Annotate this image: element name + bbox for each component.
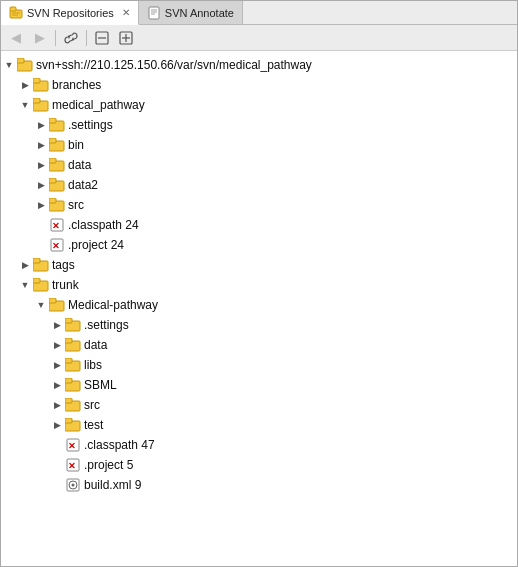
expander-src-trunk[interactable]: ▶ bbox=[49, 397, 65, 413]
tree-row-src1[interactable]: ▶ src bbox=[1, 195, 517, 215]
expander-build-xml: ▶ bbox=[49, 477, 65, 493]
tree-row-root[interactable]: ▼ svn+ssh://210.125.150.66/var/svn/medic… bbox=[1, 55, 517, 75]
tree-row-libs[interactable]: ▶ libs bbox=[1, 355, 517, 375]
data-trunk-label: data bbox=[84, 338, 107, 352]
tree-row-data1[interactable]: ▶ data bbox=[1, 155, 517, 175]
tree-row-classpath2[interactable]: ▶ ✕ .classpath 47 bbox=[1, 435, 517, 455]
panel: ▼ svn+ssh://210.125.150.66/var/svn/medic… bbox=[1, 51, 517, 566]
file-icon-build-xml bbox=[65, 478, 81, 492]
file-icon-classpath1: ✕ bbox=[49, 218, 65, 232]
svg-rect-40 bbox=[65, 318, 72, 323]
tree-row-sbml[interactable]: ▶ SBML bbox=[1, 375, 517, 395]
test-label: test bbox=[84, 418, 103, 432]
tree-row-classpath1[interactable]: ▶ ✕ .classpath 24 bbox=[1, 215, 517, 235]
svn-repos-icon bbox=[9, 6, 23, 20]
tab-close-icon[interactable]: ✕ bbox=[122, 7, 130, 18]
expander-settings1[interactable]: ▶ bbox=[33, 117, 49, 133]
branches-label: branches bbox=[52, 78, 101, 92]
svn-annotate-icon bbox=[147, 6, 161, 20]
tree-row-project2[interactable]: ▶ ✕ .project 5 bbox=[1, 455, 517, 475]
collapse-button[interactable] bbox=[91, 28, 113, 48]
tree-row-data2[interactable]: ▶ data2 bbox=[1, 175, 517, 195]
expand-button[interactable] bbox=[115, 28, 137, 48]
tree-row-settings1[interactable]: ▶ .settings bbox=[1, 115, 517, 135]
expander-data-trunk[interactable]: ▶ bbox=[49, 337, 65, 353]
folder-icon-branches bbox=[33, 78, 49, 92]
tab-svn-annotate[interactable]: SVN Annotate bbox=[139, 1, 243, 24]
expander-data1[interactable]: ▶ bbox=[33, 157, 49, 173]
tree-row-medical-pathway-trunk[interactable]: ▼ Medical-pathway bbox=[1, 295, 517, 315]
expander-tags[interactable]: ▶ bbox=[17, 257, 33, 273]
tree-row-tags[interactable]: ▶ tags bbox=[1, 255, 517, 275]
tree-row-project1[interactable]: ▶ ✕ .project 24 bbox=[1, 235, 517, 255]
svg-rect-4 bbox=[149, 7, 159, 19]
src-trunk-label: src bbox=[84, 398, 100, 412]
tree-row-build-xml[interactable]: ▶ build.xml 9 bbox=[1, 475, 517, 495]
toolbar-separator-1 bbox=[55, 30, 56, 46]
tab-svn-repositories-label: SVN Repositories bbox=[27, 7, 114, 19]
tree-row-bin[interactable]: ▶ bin bbox=[1, 135, 517, 155]
expander-medical-pathway[interactable]: ▼ bbox=[17, 97, 33, 113]
data1-label: data bbox=[68, 158, 91, 172]
tree-row-trunk[interactable]: ▼ trunk bbox=[1, 275, 517, 295]
folder-icon-trunk bbox=[33, 278, 49, 292]
expander-libs[interactable]: ▶ bbox=[49, 357, 65, 373]
tab-svn-repositories[interactable]: SVN Repositories ✕ bbox=[1, 1, 139, 25]
link-icon bbox=[63, 30, 79, 46]
back-button[interactable]: ◀ bbox=[5, 28, 27, 48]
svg-rect-24 bbox=[49, 158, 56, 163]
link-button[interactable] bbox=[60, 28, 82, 48]
expander-classpath1: ▶ bbox=[33, 217, 49, 233]
file-icon-classpath2: ✕ bbox=[65, 438, 81, 452]
svg-rect-18 bbox=[33, 98, 40, 103]
main-window: SVN Repositories ✕ SVN Annotate ◀ ▶ bbox=[0, 0, 518, 567]
svg-point-57 bbox=[72, 484, 75, 487]
tree-row-branches[interactable]: ▶ branches bbox=[1, 75, 517, 95]
medical-pathway-label: medical_pathway bbox=[52, 98, 145, 112]
libs-label: libs bbox=[84, 358, 102, 372]
svg-rect-42 bbox=[65, 338, 72, 343]
classpath2-label: .classpath 47 bbox=[84, 438, 155, 452]
svg-rect-20 bbox=[49, 118, 56, 123]
folder-icon-data1 bbox=[49, 158, 65, 172]
folder-icon-medical-pathway-trunk bbox=[49, 298, 65, 312]
svg-rect-38 bbox=[49, 298, 56, 303]
forward-button[interactable]: ▶ bbox=[29, 28, 51, 48]
svg-rect-22 bbox=[49, 138, 56, 143]
folder-icon-tags bbox=[33, 258, 49, 272]
folder-icon-data2 bbox=[49, 178, 65, 192]
classpath1-label: .classpath 24 bbox=[68, 218, 139, 232]
expander-test[interactable]: ▶ bbox=[49, 417, 65, 433]
tree-row-settings2[interactable]: ▶ .settings bbox=[1, 315, 517, 335]
expander-classpath2: ▶ bbox=[49, 437, 65, 453]
expander-src1[interactable]: ▶ bbox=[33, 197, 49, 213]
medical-pathway-trunk-label: Medical-pathway bbox=[68, 298, 158, 312]
repo-icon bbox=[17, 58, 33, 72]
expander-root[interactable]: ▼ bbox=[1, 57, 17, 73]
tree-panel[interactable]: ▼ svn+ssh://210.125.150.66/var/svn/medic… bbox=[1, 51, 517, 566]
expander-trunk[interactable]: ▼ bbox=[17, 277, 33, 293]
svg-rect-50 bbox=[65, 418, 72, 423]
tab-spacer bbox=[243, 1, 517, 24]
expander-medical-pathway-trunk[interactable]: ▼ bbox=[33, 297, 49, 313]
tree-row-src-trunk[interactable]: ▶ src bbox=[1, 395, 517, 415]
root-label: svn+ssh://210.125.150.66/var/svn/medical… bbox=[36, 58, 312, 72]
bin-label: bin bbox=[68, 138, 84, 152]
file-icon-project1: ✕ bbox=[49, 238, 65, 252]
svg-rect-46 bbox=[65, 378, 72, 383]
expander-data2[interactable]: ▶ bbox=[33, 177, 49, 193]
folder-icon-sbml bbox=[65, 378, 81, 392]
tree-row-medical-pathway[interactable]: ▼ medical_pathway bbox=[1, 95, 517, 115]
expander-bin[interactable]: ▶ bbox=[33, 137, 49, 153]
expander-settings2[interactable]: ▶ bbox=[49, 317, 65, 333]
project1-label: .project 24 bbox=[68, 238, 124, 252]
toolbar: ◀ ▶ bbox=[1, 25, 517, 51]
folder-icon-settings1 bbox=[49, 118, 65, 132]
folder-icon-settings2 bbox=[65, 318, 81, 332]
tree-row-data-trunk[interactable]: ▶ data bbox=[1, 335, 517, 355]
tree-row-test[interactable]: ▶ test bbox=[1, 415, 517, 435]
svg-text:✕: ✕ bbox=[52, 221, 60, 231]
svn-folder-svg bbox=[17, 58, 33, 72]
expander-sbml[interactable]: ▶ bbox=[49, 377, 65, 393]
expander-branches[interactable]: ▶ bbox=[17, 77, 33, 93]
